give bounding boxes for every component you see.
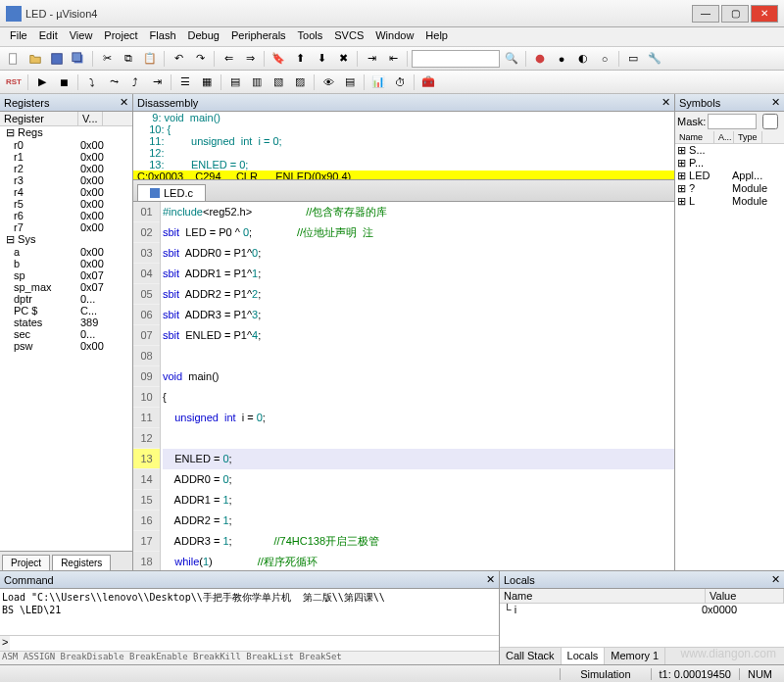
cut-icon[interactable]: ✂ (97, 49, 117, 69)
menu-window[interactable]: Window (369, 27, 419, 46)
reg-group[interactable]: ⊟ Regs (0, 126, 132, 139)
close-button[interactable]: ✕ (751, 5, 778, 23)
reg-row[interactable]: PC $C... (0, 305, 132, 317)
find-input[interactable] (412, 50, 500, 68)
reset-icon[interactable]: RST (4, 73, 24, 92)
menu-file[interactable]: File (4, 27, 33, 46)
reg-row[interactable]: r50x00 (0, 198, 132, 210)
find-icon[interactable]: 🔍 (502, 49, 521, 69)
new-file-icon[interactable] (4, 49, 24, 69)
menu-view[interactable]: View (64, 27, 99, 46)
step-over-icon[interactable]: ⤳ (104, 73, 123, 92)
toolbox-icon[interactable]: 🧰 (418, 73, 438, 92)
code-editor[interactable]: 010203040506070809101112131415161718 #in… (133, 202, 674, 570)
watch-icon[interactable]: 👁 (318, 73, 338, 92)
close-icon[interactable]: ✕ (120, 96, 128, 109)
locals-row[interactable]: └ i0x0000 (500, 604, 784, 615)
reg-row[interactable]: sp0x07 (0, 269, 132, 281)
close-icon[interactable]: ✕ (771, 573, 780, 586)
memory-window-icon[interactable]: ▥ (247, 73, 267, 92)
reg-row[interactable]: r40x00 (0, 186, 132, 198)
breakpoint-enable-icon[interactable]: ◐ (573, 49, 593, 69)
command-window-icon[interactable]: ▤ (225, 73, 245, 92)
symbol-tree[interactable]: NameA...Type⊞ S...⊞ P...⊞ LEDAppl...⊞ ?M… (675, 131, 784, 570)
run-to-cursor-icon[interactable]: ⇥ (147, 73, 167, 92)
reg-row[interactable]: r30x00 (0, 174, 132, 186)
symbol-row[interactable]: ⊞ LEDAppl... (675, 170, 784, 182)
save-icon[interactable] (47, 49, 67, 69)
menu-help[interactable]: Help (419, 27, 454, 46)
close-icon[interactable]: ✕ (662, 96, 670, 109)
disassembly-view[interactable]: 9: void main() 10: { 11: unsigned int i … (133, 112, 674, 180)
debug-start-icon[interactable] (530, 49, 550, 69)
redo-icon[interactable]: ↷ (190, 49, 210, 69)
bookmark-next-icon[interactable]: ⬇ (312, 49, 331, 69)
breakpoint-disable-icon[interactable]: ○ (595, 49, 614, 69)
menu-debug[interactable]: Debug (182, 27, 225, 46)
menu-flash[interactable]: Flash (144, 27, 182, 46)
symbol-row[interactable]: ⊞ ?Module (675, 182, 784, 195)
reg-row[interactable]: sp_max0x07 (0, 281, 132, 293)
symbol-row[interactable]: ⊞ P... (675, 157, 784, 170)
editor-tab-led[interactable]: LED.c (137, 184, 206, 201)
menu-project[interactable]: Project (98, 27, 143, 46)
reg-row[interactable]: dptr0... (0, 293, 132, 305)
menu-peripherals[interactable]: Peripherals (225, 27, 292, 46)
run-icon[interactable]: ▶ (32, 73, 52, 92)
tab-project[interactable]: Project (2, 555, 50, 570)
symbol-row[interactable]: ⊞ S... (675, 144, 784, 157)
reg-row[interactable]: r20x00 (0, 163, 132, 174)
open-file-icon[interactable] (25, 49, 45, 69)
close-icon[interactable]: ✕ (771, 96, 780, 109)
analysis-window-icon[interactable]: ▨ (290, 73, 310, 92)
tab-callstack[interactable]: Call Stack (500, 648, 562, 664)
config-icon[interactable]: 🔧 (645, 49, 664, 69)
copy-icon[interactable]: ⧉ (119, 49, 138, 69)
bookmark-icon[interactable]: 🔖 (269, 49, 288, 69)
save-all-icon[interactable] (69, 49, 88, 69)
locals-icon[interactable]: ▤ (340, 73, 360, 92)
reg-row[interactable]: r70x00 (0, 221, 132, 233)
reg-row[interactable]: states389 (0, 317, 132, 328)
serial-window-icon[interactable]: ▧ (269, 73, 288, 92)
reg-row[interactable]: sec0... (0, 328, 132, 340)
indent-icon[interactable]: ⇥ (362, 49, 381, 69)
register-table[interactable]: RegisterV...⊟ Regsr00x00r10x00r20x00r30x… (0, 112, 132, 551)
step-into-icon[interactable]: ⤵ (82, 73, 102, 92)
mask-checkbox[interactable] (759, 114, 782, 129)
minimize-button[interactable]: — (692, 5, 719, 23)
nav-back-icon[interactable]: ⇐ (219, 49, 238, 69)
paste-icon[interactable]: 📋 (140, 49, 160, 69)
outdent-icon[interactable]: ⇤ (383, 49, 403, 69)
mask-input[interactable] (708, 114, 757, 129)
undo-icon[interactable]: ↶ (169, 49, 188, 69)
reg-row[interactable]: b0x00 (0, 258, 132, 269)
step-out-icon[interactable]: ⤴ (125, 73, 145, 92)
reg-row[interactable]: r10x00 (0, 151, 132, 163)
reg-row[interactable]: r00x00 (0, 139, 132, 151)
reg-row[interactable]: a0x00 (0, 246, 132, 258)
menu-edit[interactable]: Edit (33, 27, 64, 46)
close-icon[interactable]: ✕ (486, 573, 495, 586)
command-input[interactable] (10, 636, 499, 651)
tab-memory1[interactable]: Memory 1 (605, 648, 665, 664)
maximize-button[interactable]: ▢ (721, 5, 749, 23)
command-output[interactable]: Load "C:\\Users\\lenovo\\Desktop\\手把手教你学… (0, 589, 499, 635)
window-icon[interactable]: ▭ (623, 49, 643, 69)
reg-row[interactable]: psw0x00 (0, 340, 132, 352)
show-regs-icon[interactable]: ▦ (197, 73, 217, 92)
perf-icon[interactable]: ⏱ (390, 73, 410, 92)
locals-table[interactable]: NameValue└ i0x0000 (500, 589, 784, 647)
stop-icon[interactable]: ⏹ (54, 73, 74, 92)
menu-svcs[interactable]: SVCS (328, 27, 369, 46)
tab-locals[interactable]: Locals (562, 648, 606, 664)
reg-row[interactable]: r60x00 (0, 210, 132, 221)
breakpoint-insert-icon[interactable]: ● (552, 49, 571, 69)
reg-group[interactable]: ⊟ Sys (0, 233, 132, 246)
symbol-row[interactable]: ⊞ LModule (675, 195, 784, 208)
bookmark-clear-icon[interactable]: ✖ (333, 49, 353, 69)
bookmark-prev-icon[interactable]: ⬆ (290, 49, 310, 69)
menu-tools[interactable]: Tools (292, 27, 329, 46)
show-disasm-icon[interactable]: ☰ (175, 73, 195, 92)
trace-icon[interactable]: 📊 (368, 73, 388, 92)
